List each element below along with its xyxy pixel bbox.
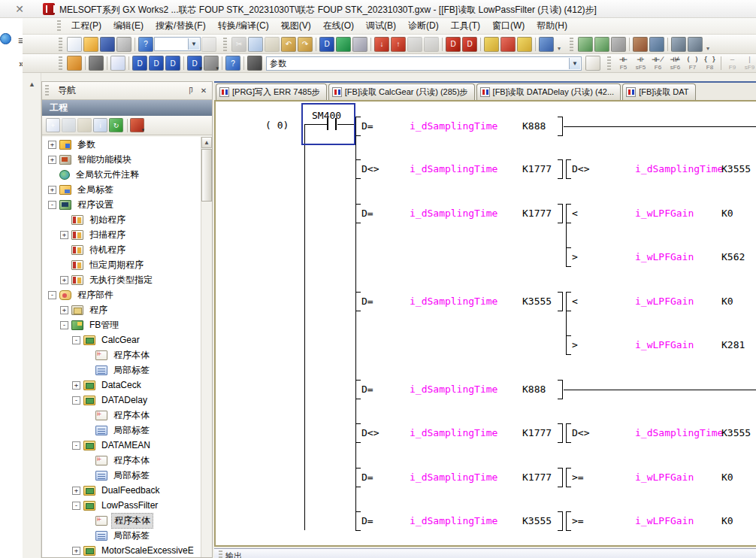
tree-item-label[interactable]: 全局软元件注释 [74, 168, 141, 182]
editor-tab-0[interactable]: [PRG]写入 ERR 7485步 [216, 83, 327, 100]
scroll-up-icon[interactable]: ▲ [29, 80, 35, 88]
tree-item-label[interactable]: DataCeck [99, 379, 144, 391]
help2-icon[interactable]: ? [225, 56, 240, 71]
horizontal-line-button[interactable]: —F9 [724, 55, 740, 72]
device-label[interactable]: i_wLPFGain [635, 471, 694, 484]
tree-item-label[interactable]: 智能功能模块 [75, 153, 134, 167]
pulse-monitor-icon[interactable] [611, 37, 626, 52]
parallel-open-contact-button[interactable]: ⊣⊦sF5 [633, 55, 649, 72]
verify-with-plc-icon[interactable] [407, 37, 422, 52]
device-label[interactable]: i_wLPFGain [635, 295, 694, 308]
toolbar-gripper[interactable] [607, 56, 611, 70]
device-label[interactable]: i_dSamplingTime [410, 426, 497, 440]
help-icon[interactable]: ? [138, 37, 153, 52]
scrollbar-up-icon[interactable]: ▲ [201, 137, 212, 148]
device-label[interactable]: i_dSamplingTime [410, 383, 497, 396]
collapse-icon[interactable]: - [72, 441, 80, 450]
collapse-icon[interactable]: - [48, 291, 56, 299]
expand-icon[interactable]: + [72, 547, 80, 555]
print-icon[interactable] [116, 37, 132, 52]
wave-monitor-icon[interactable] [688, 37, 703, 52]
project-view-icon[interactable] [67, 56, 82, 71]
paste-icon[interactable] [265, 37, 280, 52]
menu-item-8[interactable]: 工具(T) [445, 17, 486, 35]
read-from-plc-icon[interactable]: ↑ [391, 37, 406, 52]
device-label[interactable]: i_wLPFGain [635, 514, 694, 528]
open-contact-button[interactable]: ⊣⊢F5 [615, 55, 631, 72]
tree-item-label[interactable]: 局部标签 [111, 363, 152, 378]
editor-tab-1[interactable]: [FB]读取 CalcGear (只读) (285)步 [328, 83, 475, 100]
device-memory-edit-icon[interactable]: D [462, 37, 477, 52]
device-comment-search-icon[interactable]: D [319, 37, 334, 52]
toolbar-overflow-icon[interactable]: ▾ [555, 37, 564, 52]
watch-window-icon[interactable] [352, 37, 367, 52]
redo-icon[interactable]: ↷ [298, 37, 313, 52]
device-label[interactable]: i_dSamplingTime [635, 162, 723, 176]
nav-gripper[interactable] [45, 85, 49, 97]
tree-item-label[interactable]: 参数 [75, 138, 98, 152]
expand-icon[interactable]: + [48, 141, 56, 149]
tree-item-label[interactable]: 程序本体 [111, 453, 152, 468]
pin-icon[interactable]: 卩 [183, 85, 195, 97]
tree-item-label[interactable]: 无执行类型指定 [87, 273, 155, 287]
float-window-icon[interactable] [201, 37, 216, 52]
find-icon[interactable] [247, 56, 262, 71]
tree-item[interactable]: -程序部件 [48, 287, 116, 302]
tree-item-label[interactable]: 程序本体 [111, 513, 153, 529]
device-find-dropdown-icon[interactable]: ▾ [204, 56, 219, 71]
tree-item[interactable]: -LowPassFilter [72, 498, 160, 513]
tree-item[interactable]: +智能功能模块 [48, 152, 134, 167]
expand-icon[interactable]: + [60, 276, 68, 284]
expand-icon[interactable]: + [48, 186, 56, 194]
tree-item[interactable]: -DATADelay [72, 393, 150, 408]
tree-item-label[interactable]: 程序本体 [111, 348, 152, 362]
tree-item[interactable]: 程序本体 [84, 347, 152, 362]
vertical-line-button[interactable]: |sF9 [742, 55, 756, 72]
paste-data-icon[interactable] [77, 118, 92, 132]
tree-item[interactable]: +MotorScaleExcessiveE [72, 543, 196, 557]
device-label[interactable]: i_wLPFGain [635, 207, 694, 220]
expand-icon[interactable]: + [72, 381, 80, 390]
tree-item-label[interactable]: 初始程序 [87, 213, 128, 227]
tree-item-label[interactable]: DATADelay [99, 394, 150, 406]
tree-item[interactable]: -FB管理 [60, 317, 121, 332]
menu-item-7[interactable]: 诊断(D) [402, 17, 445, 35]
data-info-icon[interactable]: i [93, 118, 107, 132]
menu-item-2[interactable]: 搜索/替换(F) [150, 17, 212, 35]
device-label[interactable]: i_dSamplingTime [410, 162, 497, 176]
dropdown-arrow-icon[interactable]: ▼ [569, 58, 580, 69]
editor-tab-2[interactable]: [FB]读取 DATADelay (只读) (42... [476, 83, 621, 100]
tree-item[interactable]: -DATAMEAN [72, 438, 153, 453]
dropdown-arrow-icon[interactable]: ▼ [188, 38, 199, 50]
tree-item-label[interactable]: 局部标签 [111, 469, 152, 483]
undo-icon[interactable]: ↶ [281, 37, 296, 52]
device-label[interactable]: i_dSamplingTime [410, 207, 497, 220]
tree-item-label[interactable]: 局部标签 [111, 423, 152, 438]
declaration-icon[interactable] [500, 37, 516, 52]
copy-icon[interactable] [248, 37, 263, 52]
tree-item[interactable]: 初始程序 [60, 212, 128, 227]
menu-item-5[interactable]: 在线(O) [317, 17, 360, 35]
tree-item[interactable]: 局部标签 [84, 362, 152, 378]
trace-setting-icon[interactable] [649, 37, 664, 52]
graph-monitor-icon[interactable] [671, 37, 686, 52]
device-label[interactable]: i_wLPFGain [635, 338, 694, 352]
device-grid-icon[interactable]: D [165, 56, 180, 71]
new-data-icon[interactable]: + [46, 118, 60, 132]
document-view-icon[interactable] [110, 56, 125, 71]
toolbar-gripper[interactable] [570, 38, 573, 51]
expand-icon[interactable]: + [60, 231, 68, 239]
tree-item-label[interactable]: MotorScaleExcessiveE [99, 544, 196, 556]
tree-item-label[interactable]: CalcGear [99, 334, 142, 346]
window-selector-combobox[interactable]: ▼ [154, 37, 201, 51]
device-list-icon[interactable]: D [149, 56, 164, 71]
toolbar-gripper[interactable] [223, 38, 227, 51]
tree-item-label[interactable]: 程序设置 [75, 198, 116, 212]
sort-filter-icon[interactable]: ▾ [130, 118, 144, 132]
menu-gripper[interactable] [57, 20, 61, 32]
monitor-window-icon[interactable] [539, 37, 554, 52]
tree-item-label[interactable]: DATAMEAN [99, 439, 153, 451]
tree-item[interactable]: +扫描程序 [60, 227, 128, 242]
device-label[interactable]: i_dSamplingTime [635, 426, 723, 440]
tree-item[interactable]: +无执行类型指定 [60, 272, 155, 287]
